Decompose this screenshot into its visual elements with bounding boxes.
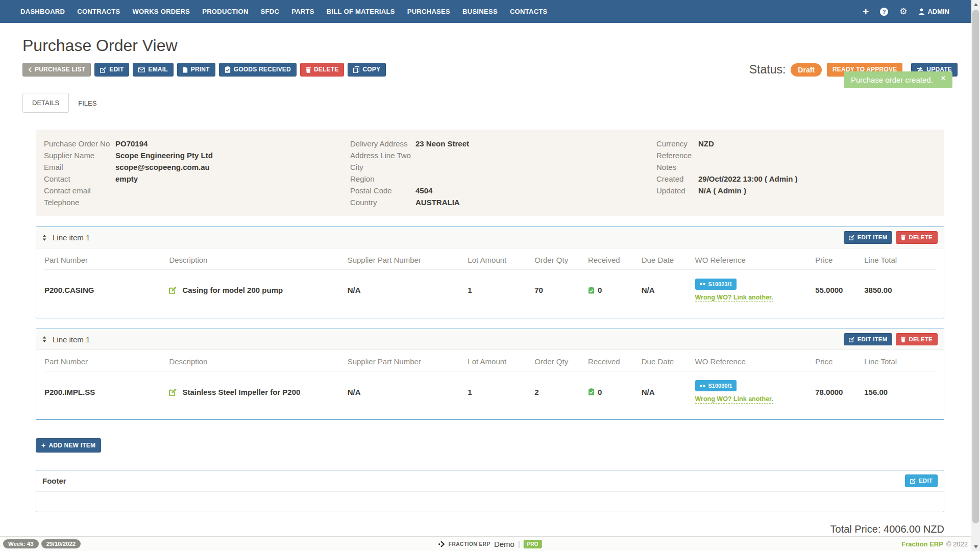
field-label: Region [350, 173, 415, 185]
nav-item-works-orders[interactable]: WORKS ORDERS [133, 8, 190, 15]
column-header: Order Qty [534, 248, 588, 270]
admin-label: ADMIN [927, 8, 949, 15]
supplier-part-number-cell: N/A [348, 269, 468, 311]
wrong-wo-link[interactable]: Wrong WO? Link another. [695, 395, 773, 404]
help-icon[interactable]: ? [880, 8, 888, 16]
email-button[interactable]: EMAIL [133, 63, 173, 77]
edit-button[interactable]: EDIT [94, 63, 129, 77]
part-number-cell: P200.CASING [44, 269, 169, 311]
edit-item-button[interactable]: EDIT ITEM [844, 231, 893, 244]
column-header: Due Date [642, 350, 695, 371]
column-header: Due Date [642, 248, 695, 270]
wo-reference-button[interactable]: S10023/1 [695, 279, 737, 290]
goods-received-button[interactable]: GOODS RECEIVED [219, 63, 297, 77]
details-column-delivery: Delivery Address23 Neon Street Address L… [350, 138, 656, 208]
description-cell: Casing for model 200 pump [182, 286, 283, 294]
status-badge: Draft [791, 63, 822, 77]
field-label: Address Line Two [350, 149, 415, 161]
nav-item-sfdc[interactable]: SFDC [261, 8, 280, 15]
scroll-up-arrow-icon[interactable] [971, 0, 980, 9]
scrollbar[interactable] [971, 0, 980, 551]
field-value: 4504 [415, 185, 432, 196]
field-value: 29/Oct/2022 13:00 ( Admin ) [698, 173, 798, 185]
tab-files[interactable]: FILES [69, 94, 106, 113]
nav-item-contracts[interactable]: CONTRACTS [77, 8, 120, 15]
line-item-card: Line item 1 EDIT ITEM DELETE Pa [36, 329, 944, 420]
edit-item-button[interactable]: EDIT ITEM [844, 333, 893, 346]
field-value: Scope Engineering Pty Ltd [115, 149, 213, 161]
delete-item-button[interactable]: DELETE [896, 231, 938, 244]
received-cell: 0 [598, 388, 602, 396]
tab-details[interactable]: DETAILS [22, 93, 69, 113]
field-label: Postal Code [350, 185, 415, 196]
nav-item-dashboard[interactable]: DASHBOARD [20, 8, 65, 15]
column-header: Part Number [44, 248, 169, 270]
nav-item-contacts[interactable]: CONTACTS [510, 8, 548, 15]
field-label: Email [44, 161, 115, 173]
purchase-list-button[interactable]: PURCHASE LIST [22, 63, 91, 77]
date-badge: 29/10/2022 [41, 539, 81, 548]
gear-icon[interactable]: ⚙ [899, 7, 907, 16]
edit-description-icon[interactable] [169, 286, 177, 294]
sort-icon[interactable] [42, 336, 46, 342]
part-number-cell: P200.IMPL.SS [44, 371, 169, 413]
separator: | [518, 540, 520, 548]
edit-icon [849, 235, 854, 240]
delete-item-button[interactable]: DELETE [896, 333, 938, 346]
email-icon [138, 67, 145, 72]
table-row: P200.IMPL.SS Stainless Steel Impeller fo… [44, 371, 936, 413]
field-label: Supplier Name [44, 149, 115, 161]
description-cell: Stainless Steel Impeller for P200 [182, 388, 300, 396]
wo-reference-button[interactable]: S10030/1 [695, 380, 737, 391]
plus-icon: + [41, 442, 45, 449]
field-label: Contact email [44, 185, 115, 196]
order-qty-cell: 2 [534, 371, 588, 413]
field-value: PO70194 [115, 138, 148, 149]
add-new-item-button[interactable]: + ADD NEW ITEM [36, 438, 101, 453]
column-header: Line Total [864, 350, 936, 371]
nav-item-business[interactable]: BUSINESS [462, 8, 498, 15]
footer-title: Footer [42, 477, 66, 485]
column-header: Line Total [864, 248, 936, 270]
scroll-down-arrow-icon[interactable] [971, 542, 980, 551]
status-label: Status: [749, 63, 786, 77]
field-label: Created [656, 173, 698, 185]
nav-item-parts[interactable]: PARTS [291, 8, 314, 15]
field-label: Telephone [44, 196, 115, 208]
line-item-title: Line item 1 [53, 335, 90, 344]
column-header: Description [169, 350, 347, 371]
print-icon [183, 67, 188, 73]
sort-icon[interactable] [42, 235, 46, 241]
admin-menu[interactable]: ADMIN [918, 8, 949, 15]
delete-button[interactable]: DELETE [300, 63, 345, 77]
copyright: © 2022 [946, 540, 968, 548]
nav-item-production[interactable]: PRODUCTION [202, 8, 248, 15]
scrollbar-thumb[interactable] [972, 10, 979, 523]
footer-edit-button[interactable]: EDIT [905, 474, 938, 487]
edit-description-icon[interactable] [169, 388, 177, 396]
lot-amount-cell: 1 [468, 371, 534, 413]
wrong-wo-link[interactable]: Wrong WO? Link another. [695, 294, 773, 302]
pro-badge: PRO [524, 540, 542, 548]
eye-icon [699, 384, 706, 388]
column-header: Description [169, 248, 347, 270]
price-cell: 55.0000 [815, 269, 864, 311]
close-icon[interactable]: × [941, 74, 945, 82]
nav-item-purchases[interactable]: PURCHASES [407, 8, 450, 15]
field-value: NZD [698, 138, 714, 149]
column-header: Supplier Part Number [348, 248, 468, 270]
nav-item-bill-of-materials[interactable]: BILL OF MATERIALS [327, 8, 395, 15]
field-value: N/A ( Admin ) [698, 185, 746, 196]
toast-notification: Purchase order created. × [844, 71, 952, 88]
copy-button[interactable]: COPY [348, 63, 386, 77]
delete-icon [901, 235, 905, 240]
line-total-cell: 156.00 [864, 371, 936, 413]
details-column-meta: CurrencyNZD Reference Notes Created29/Oc… [656, 138, 936, 208]
column-header: WO Reference [695, 350, 816, 371]
footer-section: Footer EDIT [36, 470, 944, 512]
plus-icon[interactable]: + [863, 6, 869, 17]
field-value: AUSTRALIA [415, 196, 460, 208]
brand-demo: Demo [494, 540, 514, 548]
print-button[interactable]: PRINT [177, 63, 215, 77]
received-cell: 0 [598, 286, 602, 294]
